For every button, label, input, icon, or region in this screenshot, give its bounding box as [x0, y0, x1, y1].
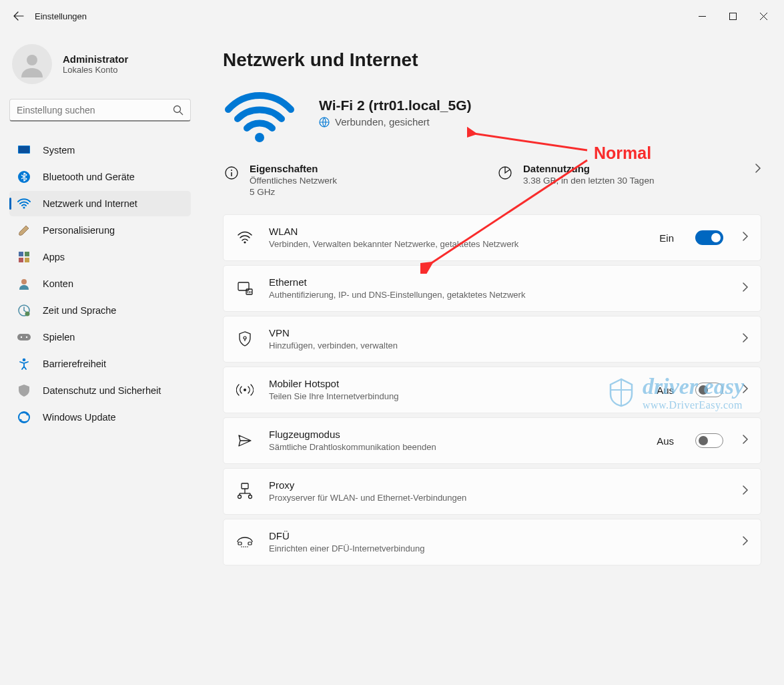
card-dfu[interactable]: DFÜ Einrichten einer DFÜ-Internetverbind…: [223, 519, 761, 565]
svg-rect-16: [17, 334, 31, 340]
apps-icon: [17, 250, 31, 264]
update-icon: [17, 411, 31, 424]
connection-block: Wi-Fi 2 (rtr01.local_5G) Verbunden, gesi…: [223, 89, 761, 146]
card-subtitle: Authentifizierung, IP- und DNS-Einstellu…: [269, 289, 723, 301]
sidebar-item-windows-update[interactable]: Windows Update: [9, 405, 191, 430]
wifi-large-icon: [223, 89, 296, 146]
svg-rect-36: [242, 483, 248, 489]
sidebar-item-accessibility[interactable]: Barrierefreiheit: [9, 351, 191, 377]
sidebar-item-label: System: [43, 145, 75, 156]
sidebar-item-time-language[interactable]: Zeit und Sprache: [9, 298, 191, 323]
sidebar-item-apps[interactable]: Apps: [9, 244, 191, 270]
wifi-icon: [17, 197, 31, 210]
card-hotspot[interactable]: Mobiler Hotspot Teilen Sie Ihre Internet…: [223, 367, 761, 413]
card-wlan[interactable]: WLAN Verbinden, Verwalten bekannter Netz…: [223, 214, 761, 261]
window-title: Einstellungen: [35, 11, 87, 21]
info-icon: [223, 164, 240, 182]
properties-line2: 5 GHz: [250, 187, 337, 197]
chevron-right-icon: [742, 434, 749, 447]
sidebar-item-label: Konten: [43, 278, 73, 289]
card-title: Flugzeugmodus: [269, 429, 642, 440]
connection-name: Wi-Fi 2 (rtr01.local_5G): [319, 97, 472, 113]
svg-rect-11: [19, 258, 23, 262]
arrow-left-icon: [13, 11, 24, 21]
sidebar-item-label: Personalisierung: [43, 225, 115, 236]
sidebar-item-label: Spielen: [43, 332, 75, 342]
back-button[interactable]: [5, 11, 32, 21]
ethernet-icon: [236, 279, 254, 298]
sidebar-item-personalization[interactable]: Personalisierung: [9, 218, 191, 243]
svg-point-18: [26, 336, 27, 338]
titlebar: Einstellungen: [0, 0, 784, 32]
svg-point-47: [245, 546, 246, 547]
sidebar-item-network[interactable]: Netzwerk und Internet: [9, 191, 191, 216]
svg-rect-1: [729, 13, 736, 19]
card-vpn[interactable]: VPN Hinzufügen, verbinden, verwalten: [223, 316, 761, 363]
search-box[interactable]: [9, 99, 191, 122]
card-ethernet[interactable]: Ethernet Authentifizierung, IP- und DNS-…: [223, 265, 761, 312]
wifi-icon: [236, 228, 254, 247]
svg-rect-12: [25, 258, 29, 262]
svg-point-2: [27, 55, 37, 65]
brush-icon: [17, 224, 31, 237]
close-button[interactable]: [748, 5, 779, 27]
user-block[interactable]: Administrator Lokales Konto: [9, 32, 191, 99]
bluetooth-icon: [17, 170, 31, 184]
usage-line1: 3.38 GB, in den letzten 30 Tagen: [523, 176, 654, 186]
svg-point-27: [244, 241, 246, 243]
sidebar-item-system[interactable]: System: [9, 138, 191, 163]
chevron-right-icon: [742, 535, 749, 549]
svg-rect-43: [238, 542, 242, 545]
sidebar-item-label: Barrierefreiheit: [43, 359, 106, 369]
card-title: Ethernet: [269, 276, 723, 288]
sidebar: Administrator Lokales Konto System Bluet…: [0, 32, 200, 685]
window-controls: [687, 5, 779, 27]
card-title: Mobiler Hotspot: [269, 378, 642, 389]
svg-point-46: [243, 546, 244, 547]
avatar: [12, 44, 52, 84]
svg-point-3: [174, 105, 181, 112]
gamepad-icon: [17, 330, 31, 344]
svg-point-40: [249, 495, 252, 499]
search-icon: [173, 105, 183, 116]
dialup-icon: [236, 533, 254, 551]
card-airplane[interactable]: Flugzeugmodus Sämtliche Drahtloskommunik…: [223, 417, 761, 464]
sidebar-item-bluetooth[interactable]: Bluetooth und Geräte: [9, 164, 191, 190]
user-subtitle: Lokales Konto: [63, 65, 128, 75]
card-subtitle: Verbinden, Verwalten bekannter Netzwerke…: [269, 238, 645, 250]
airplane-toggle[interactable]: [695, 433, 723, 448]
card-proxy[interactable]: Proxy Proxyserver für WLAN- und Ethernet…: [223, 468, 761, 515]
chevron-right-icon: [742, 332, 749, 346]
sidebar-item-accounts[interactable]: Konten: [9, 271, 191, 296]
svg-point-35: [244, 389, 246, 391]
info-row[interactable]: Eigenschaften Öffentliches Netzwerk 5 GH…: [223, 160, 761, 200]
user-name: Administrator: [63, 53, 128, 65]
sidebar-item-gaming[interactable]: Spielen: [9, 324, 191, 350]
card-subtitle: Proxyserver für WLAN- und Ethernet-Verbi…: [269, 492, 723, 504]
card-title: WLAN: [269, 226, 645, 237]
search-input[interactable]: [17, 105, 173, 116]
vpn-shield-icon: [236, 330, 254, 349]
hotspot-toggle[interactable]: [695, 383, 723, 397]
accessibility-icon: [17, 357, 31, 371]
maximize-button[interactable]: [717, 5, 748, 27]
svg-rect-10: [25, 252, 29, 256]
chevron-right-icon: [742, 282, 749, 295]
pie-chart-icon: [496, 164, 514, 182]
svg-line-4: [180, 111, 183, 115]
svg-point-45: [241, 546, 242, 547]
svg-point-24: [231, 170, 232, 171]
chevron-right-icon: [755, 163, 761, 176]
hotspot-icon: [236, 381, 254, 399]
sidebar-item-privacy[interactable]: Datenschutz und Sicherheit: [9, 378, 191, 403]
wlan-toggle[interactable]: [695, 230, 723, 245]
svg-point-21: [255, 133, 264, 142]
connection-status-text: Verbunden, gesichert: [335, 116, 430, 128]
minimize-button[interactable]: [687, 5, 717, 27]
card-title: Proxy: [269, 479, 723, 491]
chevron-right-icon: [742, 485, 749, 498]
svg-point-15: [25, 312, 30, 316]
globe-icon: [319, 117, 330, 128]
card-subtitle: Sämtliche Drahtloskommunikation beenden: [269, 441, 642, 453]
connection-status: Verbunden, gesichert: [319, 116, 472, 128]
